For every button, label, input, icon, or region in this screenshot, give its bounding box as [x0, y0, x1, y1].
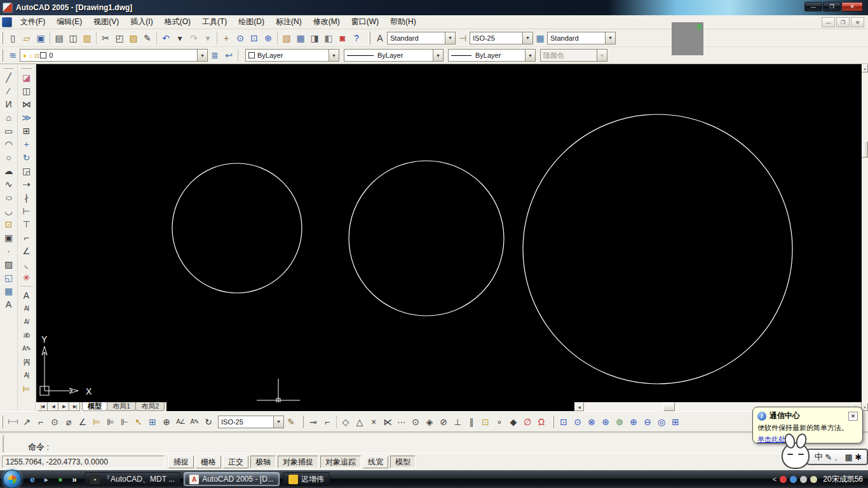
snap-intersection-icon[interactable]: × — [367, 415, 381, 429]
point-icon[interactable]: · — [2, 244, 16, 257]
extend-icon[interactable]: ⊢ — [20, 204, 34, 217]
mouse-tray-icon[interactable] — [810, 476, 817, 483]
mirror-icon[interactable]: ⋈ — [20, 97, 34, 111]
zoom-realtime-icon[interactable]: ⊙ — [233, 31, 247, 45]
zoom-extents-icon[interactable]: ⊞ — [668, 415, 682, 429]
mdi-minimize-button[interactable] — [822, 17, 835, 27]
polygon-icon[interactable]: ⌂ — [2, 111, 16, 124]
break-at-point-icon[interactable]: ⊤ — [20, 217, 34, 231]
arc-icon[interactable]: ◠ — [2, 137, 16, 151]
toolbar-grip[interactable] — [302, 416, 304, 428]
angular-dimension-icon[interactable]: ∠ — [76, 415, 90, 429]
layer-on-bulb-icon[interactable]: ● — [23, 52, 27, 59]
task-autocad-mdt[interactable]: ▪『AutoCAD、MDT ... — [85, 472, 180, 486]
rabbit-mascot-icon[interactable] — [782, 442, 810, 469]
ime-softkeyboard-icon[interactable]: ▦ — [844, 452, 852, 462]
menu-item[interactable]: 插入(I) — [125, 15, 158, 29]
undo-icon[interactable]: ↶ — [159, 31, 173, 45]
multiline-text-icon[interactable]: A — [20, 288, 34, 302]
trim-icon[interactable]: ∤ — [20, 191, 34, 204]
menu-item[interactable]: 修改(M) — [308, 15, 346, 29]
close-button[interactable] — [841, 2, 863, 11]
markup-set-manager-icon[interactable]: ▦ — [294, 31, 308, 45]
publish-icon[interactable]: ▥ — [80, 31, 94, 45]
polyline-icon[interactable]: И — [2, 97, 16, 111]
drawn-circle[interactable] — [349, 161, 504, 316]
table-style-icon[interactable]: ▦ — [533, 31, 547, 45]
insert-block-icon[interactable]: ⊡ — [2, 217, 16, 231]
snap-center-icon[interactable]: ⊙ — [409, 415, 423, 429]
layer-lock-icon[interactable]: ◘ — [35, 52, 39, 59]
undo-dropdown-icon[interactable]: ▾ — [173, 31, 187, 45]
make-block-icon[interactable]: ▣ — [2, 231, 16, 244]
snap-none-icon[interactable]: ∅ — [520, 415, 534, 429]
antivirus-quicklaunch-icon[interactable]: ● — [55, 473, 66, 485]
save-icon[interactable]: ▣ — [34, 31, 48, 45]
sheet-set-manager-icon[interactable]: ▧ — [280, 31, 294, 45]
qq-tray-icon[interactable] — [780, 476, 787, 483]
copy-icon[interactable]: ◰ — [112, 31, 126, 45]
revision-cloud-icon[interactable]: ☁ — [2, 164, 16, 177]
ordinate-dimension-icon[interactable]: ⌐ — [34, 415, 48, 429]
tab-nav-next-icon[interactable]: ▶ — [58, 402, 69, 411]
command-window-grip[interactable] — [1, 435, 4, 452]
ellipse-arc-icon[interactable]: ◡ — [2, 204, 16, 217]
tolerance-icon[interactable]: ⊞ — [146, 415, 159, 429]
status-grid[interactable]: 栅格 — [196, 456, 221, 468]
restore-button[interactable] — [823, 2, 841, 11]
mdi-restore-button[interactable] — [836, 17, 850, 27]
drawn-circle[interactable] — [523, 114, 792, 384]
snap-perpendicular-icon[interactable]: ⊥ — [451, 415, 465, 429]
toolbar-grip[interactable] — [1, 49, 3, 62]
dimension-update-icon[interactable]: ↻ — [201, 415, 215, 429]
plot-icon[interactable]: ▤ — [52, 31, 66, 45]
snap-tangent-icon[interactable]: ⊘ — [437, 415, 451, 429]
quicklaunch-overflow-icon[interactable]: » — [69, 473, 80, 485]
drawing-canvas[interactable]: Y X — [36, 64, 862, 402]
drawn-circle[interactable] — [172, 163, 302, 293]
plot-preview-icon[interactable]: ◫ — [66, 31, 80, 45]
break-icon[interactable]: ⌐ — [20, 231, 34, 244]
temp-track-point-icon[interactable]: ⊸ — [306, 415, 320, 429]
dimension-style-icon[interactable]: ✎ — [284, 415, 298, 429]
layer-freeze-sun-icon[interactable]: ☼ — [28, 52, 34, 59]
stretch-icon[interactable]: ⇢ — [20, 177, 34, 191]
text-style-pencil-icon[interactable]: A✎ — [20, 342, 34, 355]
ime-punctuation-icon[interactable]: 、 — [834, 451, 843, 463]
dimension-edit-icon[interactable]: A∠ — [173, 415, 187, 429]
lineweight-dropdown[interactable]: ByLayer — [448, 49, 536, 62]
zoom-in-icon[interactable]: ⊕ — [627, 415, 641, 429]
coordinate-readout[interactable]: 1255.7064, -220.4773, 0.0000 — [2, 456, 165, 468]
menu-item[interactable]: 格式(O) — [159, 15, 196, 29]
zoom-object-icon[interactable]: ⊚ — [613, 415, 627, 429]
toolbar-grip[interactable] — [369, 32, 370, 44]
snap-from-icon[interactable]: ⌐ — [320, 415, 334, 429]
zoom-dynamic-icon[interactable]: ⊙ — [571, 415, 585, 429]
vertical-scroll-thumb[interactable] — [862, 141, 868, 158]
tab-layout2[interactable]: 布局2 — [135, 402, 165, 411]
scale-icon[interactable]: ◲ — [20, 164, 34, 177]
layer-states-icon[interactable]: ≣ — [208, 48, 222, 62]
tab-model[interactable]: 模型 — [82, 402, 107, 411]
erase-icon[interactable]: ◪ — [20, 71, 34, 84]
status-ortho[interactable]: 正交 — [223, 456, 248, 468]
toolbar-grip[interactable] — [1, 32, 3, 44]
center-mark-icon[interactable]: ⊕ — [159, 415, 173, 429]
command-window[interactable]: 命令 : — [0, 432, 868, 453]
menu-item[interactable]: 工具(T) — [196, 15, 233, 29]
task-autocad-2005[interactable]: AAutoCAD 2005 - [D... — [184, 472, 280, 486]
mtext-icon[interactable]: A — [2, 297, 16, 311]
layer-previous-icon[interactable]: ↩ — [222, 48, 236, 62]
dimension-text-edit-icon[interactable]: A✎ — [187, 415, 201, 429]
new-file-icon[interactable]: ▯ — [6, 31, 20, 45]
menu-item[interactable]: 帮助(H) — [384, 15, 422, 29]
zoom-center-icon[interactable]: ⊛ — [599, 415, 613, 429]
rotate-icon[interactable]: ↻ — [20, 151, 34, 164]
status-model[interactable]: 模型 — [390, 456, 416, 468]
snap-extension-icon[interactable]: ⋯ — [395, 415, 409, 429]
line-icon[interactable]: ╱ — [2, 71, 16, 84]
tray-collapse-icon[interactable]: < — [773, 475, 776, 483]
match-properties-icon[interactable]: ✎ — [140, 31, 154, 45]
rectangle-icon[interactable]: ▭ — [2, 124, 16, 137]
menu-item[interactable]: 标注(N) — [270, 15, 308, 29]
